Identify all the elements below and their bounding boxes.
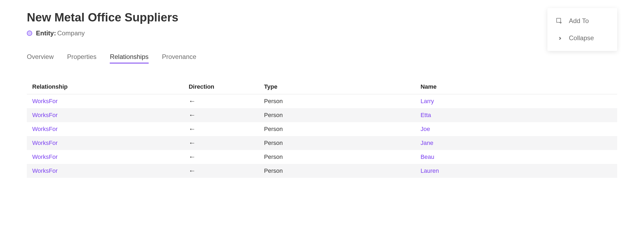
entity-type-icon	[27, 31, 32, 36]
type-cell: Person	[264, 112, 420, 119]
name-link[interactable]: Jane	[420, 140, 612, 147]
table-header-row: Relationship Direction Type Name	[27, 80, 617, 94]
table-row: WorksFor←PersonJane	[27, 136, 617, 150]
th-direction[interactable]: Direction	[189, 83, 264, 90]
add-to-button[interactable]: Add To	[547, 12, 617, 29]
table-row: WorksFor←PersonEtta	[27, 108, 617, 122]
tab-properties[interactable]: Properties	[67, 53, 96, 63]
svg-rect-0	[557, 18, 561, 22]
arrow-left-icon: ←	[189, 153, 196, 161]
relationship-link[interactable]: WorksFor	[32, 98, 189, 105]
name-link[interactable]: Joe	[420, 126, 612, 133]
arrow-left-icon: ←	[189, 167, 196, 175]
relationships-table: Relationship Direction Type Name WorksFo…	[27, 80, 617, 178]
direction-cell: ←	[189, 125, 264, 133]
action-panel: Add To ›› Collapse	[547, 8, 617, 51]
arrow-left-icon: ←	[189, 139, 196, 147]
type-cell: Person	[264, 153, 420, 160]
page-title: New Metal Office Suppliers	[27, 11, 617, 24]
tab-overview[interactable]: Overview	[27, 53, 54, 63]
type-cell: Person	[264, 167, 420, 174]
table-row: WorksFor←PersonLauren	[27, 164, 617, 178]
relationship-link[interactable]: WorksFor	[32, 167, 189, 174]
direction-cell: ←	[189, 111, 264, 119]
relationship-link[interactable]: WorksFor	[32, 140, 189, 147]
arrow-left-icon: ←	[189, 111, 196, 119]
entity-row: Entity: Company	[27, 29, 617, 37]
direction-cell: ←	[189, 153, 264, 161]
tabs: Overview Properties Relationships Proven…	[27, 53, 617, 63]
tab-relationships[interactable]: Relationships	[110, 53, 148, 63]
th-relationship[interactable]: Relationship	[32, 83, 189, 90]
table-row: WorksFor←PersonBeau	[27, 150, 617, 164]
collapse-button[interactable]: ›› Collapse	[547, 29, 617, 47]
collapse-label: Collapse	[569, 34, 594, 42]
arrow-left-icon: ←	[189, 97, 196, 105]
relationship-link[interactable]: WorksFor	[32, 153, 189, 160]
add-to-icon	[555, 17, 563, 25]
table-row: WorksFor←PersonLarry	[27, 94, 617, 108]
type-cell: Person	[264, 126, 420, 133]
entity-label: Entity:	[36, 29, 56, 37]
direction-cell: ←	[189, 98, 264, 105]
arrow-left-icon: ←	[189, 125, 196, 133]
add-to-label: Add To	[569, 17, 589, 25]
name-link[interactable]: Larry	[420, 98, 612, 105]
relationship-link[interactable]: WorksFor	[32, 112, 189, 119]
th-type[interactable]: Type	[264, 83, 420, 90]
collapse-icon: ››	[555, 34, 563, 42]
entity-value: Company	[57, 29, 85, 37]
type-cell: Person	[264, 98, 420, 105]
tab-provenance[interactable]: Provenance	[162, 53, 196, 63]
direction-cell: ←	[189, 139, 264, 147]
relationship-link[interactable]: WorksFor	[32, 126, 189, 133]
th-name[interactable]: Name	[420, 83, 612, 90]
direction-cell: ←	[189, 167, 264, 175]
name-link[interactable]: Etta	[420, 112, 612, 119]
name-link[interactable]: Lauren	[420, 167, 612, 174]
type-cell: Person	[264, 140, 420, 147]
table-row: WorksFor←PersonJoe	[27, 122, 617, 136]
name-link[interactable]: Beau	[420, 153, 612, 160]
